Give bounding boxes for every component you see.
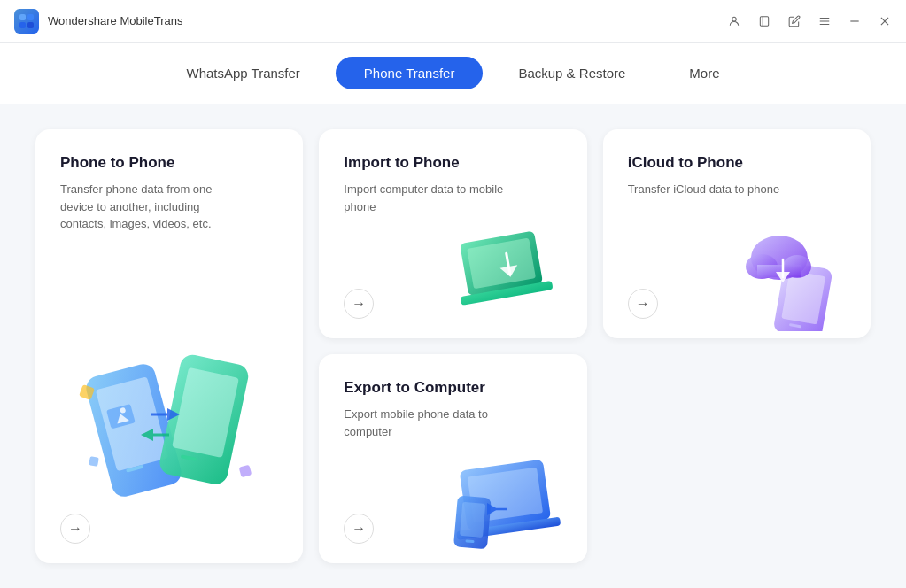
card-export-to-computer[interactable]: Export to Computer Export mobile phone d… <box>319 354 586 563</box>
card-phone-to-phone-desc: Transfer phone data from one device to a… <box>60 181 237 233</box>
card-import-title: Import to Phone <box>344 154 561 172</box>
bookmark-icon[interactable] <box>757 14 771 28</box>
export-svg <box>443 445 580 556</box>
svg-rect-3 <box>27 22 34 28</box>
tab-backup[interactable]: Backup & Restore <box>490 57 654 89</box>
svg-rect-47 <box>460 502 485 538</box>
card-phone-to-phone-title: Phone to Phone <box>60 154 278 172</box>
tab-phone[interactable]: Phone Transfer <box>336 57 484 89</box>
card-import-to-phone[interactable]: Import to Phone Import computer data to … <box>319 129 586 338</box>
phone-to-phone-svg <box>63 315 275 510</box>
svg-rect-1 <box>27 14 34 20</box>
card-phone-to-phone-arrow[interactable]: → <box>60 514 90 544</box>
tab-more[interactable]: More <box>661 57 747 89</box>
close-button[interactable] <box>878 14 892 28</box>
svg-rect-27 <box>239 465 252 478</box>
user-icon[interactable] <box>727 14 741 28</box>
tab-whatsapp[interactable]: WhatsApp Transfer <box>158 57 328 89</box>
svg-rect-2 <box>19 22 26 28</box>
card-icloud-arrow[interactable]: → <box>628 289 658 319</box>
minimize-button[interactable] <box>848 14 862 28</box>
svg-rect-5 <box>760 16 768 26</box>
edit-icon[interactable] <box>787 14 801 28</box>
app-title: Wondershare MobileTrans <box>48 14 727 27</box>
title-bar: Wondershare MobileTrans <box>0 0 906 43</box>
card-phone-to-phone[interactable]: Phone to Phone Transfer phone data from … <box>35 129 303 563</box>
card-export-title: Export to Computer <box>344 379 561 397</box>
svg-rect-0 <box>19 14 26 20</box>
nav-bar: WhatsApp Transfer Phone Transfer Backup … <box>0 43 906 104</box>
menu-icon[interactable] <box>817 14 832 28</box>
card-icloud-to-phone[interactable]: iCloud to Phone Transfer iCloud data to … <box>603 129 871 338</box>
content-grid: Phone to Phone Transfer phone data from … <box>0 104 906 588</box>
card-export-arrow[interactable]: → <box>344 514 374 544</box>
card-icloud-title: iCloud to Phone <box>628 154 846 172</box>
app-window: Wondershare MobileTrans <box>0 0 906 588</box>
card-export-desc: Export mobile phone data to computer <box>344 406 521 440</box>
app-icon <box>14 9 39 34</box>
card-icloud-desc: Transfer iCloud data to phone <box>628 181 805 198</box>
svg-point-4 <box>732 17 737 21</box>
card-import-arrow[interactable]: → <box>344 289 374 319</box>
svg-rect-28 <box>89 456 99 467</box>
icloud-svg <box>731 216 863 331</box>
import-svg <box>453 221 577 328</box>
card-import-desc: Import computer data to mobile phone <box>344 181 521 215</box>
window-controls <box>727 14 892 28</box>
